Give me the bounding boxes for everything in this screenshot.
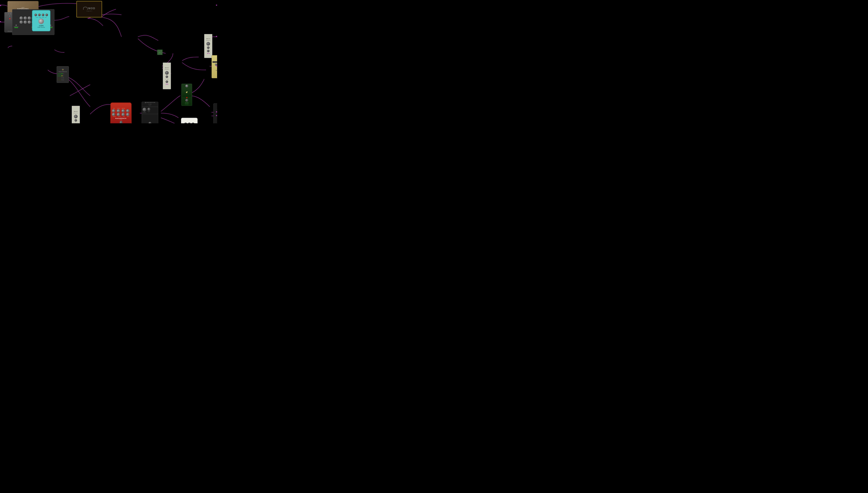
ams2-title: AMS LFO 3	[165, 67, 169, 68]
ams2-module[interactable]: AMS LFO 3 FREQUENCY PVRATE	[163, 63, 171, 89]
toggleswitch-title: TOGGLESWITCH	[59, 71, 67, 72]
caps-knob-damping[interactable]	[38, 14, 41, 16]
caps-plate-reverb-module[interactable]: DECAYDAMPBLENDWET CAPS Plate Reverb	[32, 10, 50, 31]
xfade-label-1: SIGNAL A/B	[217, 109, 217, 110]
port-right-5	[216, 5, 217, 6]
toggleswitch-module[interactable]: 🔒 TOGGLESWITCH OFF ON OFF	[57, 66, 69, 83]
ams2-labels: PVRATE	[165, 79, 169, 80]
port-left-1	[0, 21, 1, 22]
toggle-label-3: OFF	[63, 78, 64, 79]
tap-reflector-knob-1[interactable]	[184, 123, 187, 124]
caps-main-knob[interactable]	[39, 19, 44, 24]
bpf-bw-knob[interactable]	[147, 108, 150, 111]
bpf-header: BAND-PASS FILTER	[145, 102, 155, 103]
rakarrack-knob-2[interactable]	[117, 109, 120, 112]
ams1-port-2	[209, 53, 209, 54]
rakarrack-knobs-bottom	[112, 113, 130, 116]
mod-amp-module[interactable]: MOD Vintage DLY 3	[76, 1, 102, 18]
caps-knob-labels: DECAYDAMPBLENDWET	[36, 17, 47, 18]
bpf-freq-value: 500.00 Hz	[143, 112, 146, 113]
caps-knob-blend[interactable]	[42, 14, 44, 16]
ams3-knob1[interactable]	[74, 115, 77, 118]
rakarrack-labels-top: TIME TEMPOX DAMPING	[112, 108, 130, 109]
toggle-row-4: OFF	[58, 80, 68, 81]
collision-knob-2[interactable]	[10, 13, 12, 15]
port-right-2	[216, 65, 217, 66]
collision-led	[9, 18, 10, 19]
toggle-row-3: OFF	[58, 78, 68, 79]
caps-title: CAPS	[39, 25, 43, 27]
bpf-title: BAND-PASS FILTER	[147, 102, 155, 103]
tap-reflector-knob-3[interactable]	[192, 123, 195, 124]
ams1-knob2[interactable]	[207, 46, 209, 49]
tap-logo-box: BruteFIR	[213, 61, 217, 63]
toggle-bar-4[interactable]	[58, 80, 61, 81]
toggle-bar-2[interactable]	[58, 76, 61, 77]
caps-subtitle: Plate Reverb	[38, 27, 45, 28]
eq-highpass-knob[interactable]	[16, 24, 17, 26]
rakarrack-knob-4[interactable]	[126, 109, 129, 112]
tap-reflector-knob-2[interactable]	[188, 123, 191, 124]
toggle-row-2: ON	[58, 76, 68, 77]
port-right-4	[216, 115, 217, 116]
ams1-module[interactable]: AMS LFO 3 FREQUENCY	[204, 34, 212, 58]
avocado-bottom-knob[interactable]	[185, 99, 188, 102]
tap-reverberator-module[interactable]: BruteFIR TAP Reverberator	[212, 55, 217, 78]
mod-speaker-icon	[83, 7, 88, 10]
small-green-module[interactable]: ▶	[157, 50, 162, 55]
caps-knob-decay[interactable]	[35, 14, 37, 16]
ams2-port-2	[167, 84, 168, 85]
collision-knob-1[interactable]	[8, 13, 9, 15]
ams2-subtitle: FREQUENCY	[164, 69, 169, 70]
rakarrack-knob-7[interactable]	[121, 113, 125, 116]
rakarrack-knob-3[interactable]	[121, 109, 125, 112]
eq-knob-9[interactable]	[24, 20, 27, 24]
ams1-title: AMS LFO 3	[206, 38, 210, 39]
ams2-knob3[interactable]	[165, 81, 168, 83]
rakarrack-knob-8[interactable]	[126, 113, 129, 116]
rakarrack-subtitle: Arpie	[119, 119, 122, 120]
stereo-xfade-module[interactable]: B-Side Blended L-S SIGNAL A/B SHAPE x42 …	[214, 103, 217, 123]
eq-highpass-label: HighPass	[14, 26, 19, 27]
canvas: guitarix SUPERSONIC MOD Vintage DLY 3 Co…	[0, 0, 217, 123]
rakarrack-title: RAKARRACK	[115, 117, 127, 119]
ams3-module[interactable]: AMS LFO 3 FREQUENCY PV	[72, 106, 80, 123]
rakarrack-knob-6[interactable]	[117, 113, 120, 116]
bpf-freq-knob[interactable]	[142, 108, 146, 111]
collision-knob-3[interactable]	[9, 16, 10, 17]
ams1-knob1[interactable]	[206, 42, 210, 46]
tap-reflector-module[interactable]: COMBODIMMIX TAP Reflector	[181, 118, 198, 123]
toggle-bar-1[interactable]	[58, 73, 61, 74]
ams1-ports	[207, 53, 209, 54]
rakarrack-bottom-knob[interactable]	[119, 121, 123, 123]
eq-knob-10[interactable]	[28, 20, 31, 24]
bpf-bw-value: 0.71	[148, 111, 150, 112]
toggle-led-3	[62, 78, 62, 78]
ams2-knob2[interactable]	[165, 76, 168, 78]
tap-reverb-subtitle: Reverberator	[216, 70, 217, 71]
band-pass-filter-module[interactable]: BAND-PASS FILTER FILTER ● ● ● ● FREQ 500…	[142, 102, 158, 123]
bpf-dots: ● ● ● ●	[149, 105, 151, 106]
rakarrack-module[interactable]: TIME TEMPOX DAMPING COMPANIONPATTERNSCAL…	[110, 103, 132, 123]
eq-knob-3[interactable]	[28, 16, 31, 20]
avocado-top-knob[interactable]	[185, 84, 188, 87]
ams1-knob3[interactable]	[207, 50, 209, 52]
bpf-bottom-knob[interactable]	[149, 122, 151, 123]
collision-title: CollisionDrive	[7, 31, 12, 31]
bpf-subtitle: FILTER	[149, 104, 152, 105]
eq-knob-1[interactable]	[20, 16, 23, 20]
small-green-label: ▶	[159, 52, 160, 53]
tap-reflector-knobs	[184, 123, 195, 124]
toggle-row-1: OFF	[58, 73, 68, 74]
eq-knob-8[interactable]	[20, 20, 23, 24]
avocado-module[interactable]: 🥑 avocado stutter/glitch remaincalm	[181, 84, 192, 106]
caps-knob-wet[interactable]	[45, 14, 48, 16]
rakarrack-knob-1[interactable]	[112, 109, 115, 112]
toggle-bar-3[interactable]	[58, 78, 61, 79]
eq-knob-2[interactable]	[24, 16, 27, 20]
ams2-knob1[interactable]	[165, 71, 169, 75]
rakarrack-knob-5[interactable]	[112, 113, 115, 116]
rakarrack-labels-bottom: COMPANIONPATTERNSCALEARP INT	[112, 116, 130, 117]
toggle-label-4: OFF	[63, 80, 64, 81]
ams3-knob2[interactable]	[74, 119, 77, 122]
